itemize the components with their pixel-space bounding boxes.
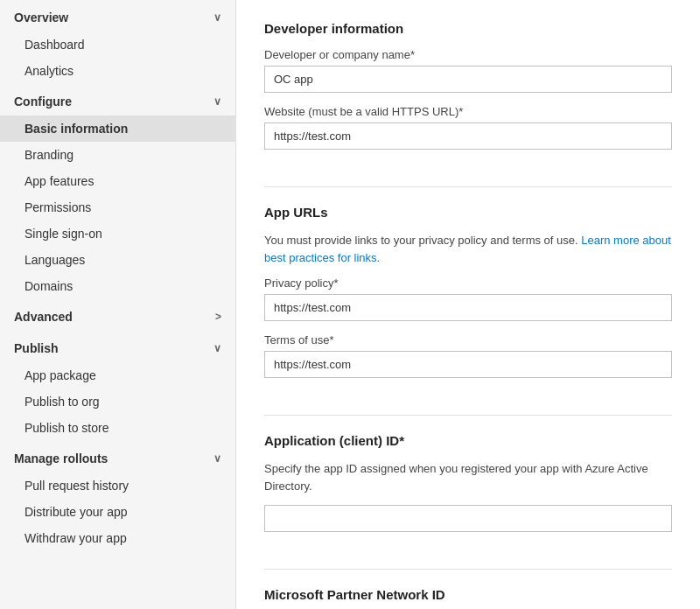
app-urls-description: You must provide links to your privacy p…	[264, 232, 672, 266]
company-name-label: Developer or company name*	[264, 48, 672, 61]
chevron-manage-rollouts-icon: ∨	[214, 452, 221, 465]
developer-info-section: Developer information Developer or compa…	[264, 21, 672, 162]
terms-of-use-label: Terms of use*	[264, 333, 672, 346]
app-urls-title: App URLs	[264, 205, 672, 220]
sidebar-section-label-overview: Overview	[14, 10, 68, 24]
sidebar-section-configure[interactable]: Configure∨	[0, 84, 235, 116]
company-name-input[interactable]	[264, 66, 672, 93]
sidebar-item-permissions[interactable]: Permissions	[0, 194, 235, 220]
sidebar-item-withdraw-your-app[interactable]: Withdraw your app	[0, 525, 235, 551]
sidebar: Overview∨DashboardAnalyticsConfigure∨Bas…	[0, 0, 236, 609]
sidebar-item-basic-info[interactable]: Basic information	[0, 116, 235, 142]
privacy-policy-label: Privacy policy*	[264, 276, 672, 290]
mpn-section: Microsoft Partner Network ID If you're p…	[264, 587, 672, 609]
sidebar-section-label-advanced: Advanced	[14, 310, 73, 324]
sidebar-section-label-manage-rollouts: Manage rollouts	[14, 452, 108, 466]
app-client-id-input[interactable]	[264, 505, 672, 532]
sidebar-item-app-features[interactable]: App features	[0, 168, 235, 194]
sidebar-item-domains[interactable]: Domains	[0, 273, 235, 299]
sidebar-item-app-package[interactable]: App package	[0, 362, 235, 388]
sidebar-section-overview[interactable]: Overview∨	[0, 0, 235, 32]
divider-1	[264, 186, 672, 187]
website-input[interactable]	[264, 122, 672, 150]
sidebar-section-publish[interactable]: Publish∨	[0, 331, 235, 362]
sidebar-item-branding[interactable]: Branding	[0, 142, 235, 168]
terms-of-use-input[interactable]	[264, 351, 672, 378]
app-urls-section: App URLs You must provide links to your …	[264, 205, 672, 390]
sidebar-section-manage-rollouts[interactable]: Manage rollouts∨	[0, 441, 235, 472]
app-client-id-title: Application (client) ID*	[264, 433, 672, 448]
chevron-overview-icon: ∨	[214, 11, 221, 24]
app-client-id-description: Specify the app ID assigned when you reg…	[264, 460, 672, 494]
sidebar-item-dashboard[interactable]: Dashboard	[0, 32, 235, 58]
sidebar-item-languages[interactable]: Languages	[0, 247, 235, 273]
chevron-advanced-icon: >	[215, 311, 221, 323]
main-content: Developer information Developer or compa…	[236, 0, 700, 609]
mpn-title: Microsoft Partner Network ID	[264, 587, 672, 602]
sidebar-section-advanced[interactable]: Advanced>	[0, 299, 235, 331]
divider-3	[264, 569, 672, 570]
sidebar-item-distribute-your-app[interactable]: Distribute your app	[0, 499, 235, 525]
sidebar-item-publish-to-org[interactable]: Publish to org	[0, 388, 235, 415]
sidebar-section-label-publish: Publish	[14, 341, 59, 355]
chevron-configure-icon: ∨	[214, 95, 221, 108]
sidebar-item-pull-request-history[interactable]: Pull request history	[0, 472, 235, 499]
divider-2	[264, 415, 672, 416]
app-urls-description-text: You must provide links to your privacy p…	[264, 234, 581, 247]
chevron-publish-icon: ∨	[214, 342, 221, 354]
sidebar-section-label-configure: Configure	[14, 94, 72, 108]
sidebar-item-single-sign-on[interactable]: Single sign-on	[0, 220, 235, 247]
sidebar-item-publish-to-store[interactable]: Publish to store	[0, 415, 235, 441]
sidebar-item-analytics[interactable]: Analytics	[0, 58, 235, 84]
app-client-id-section: Application (client) ID* Specify the app…	[264, 433, 672, 544]
website-label: Website (must be a valid HTTPS URL)*	[264, 105, 672, 118]
privacy-policy-input[interactable]	[264, 294, 672, 321]
developer-info-title: Developer information	[264, 21, 672, 36]
